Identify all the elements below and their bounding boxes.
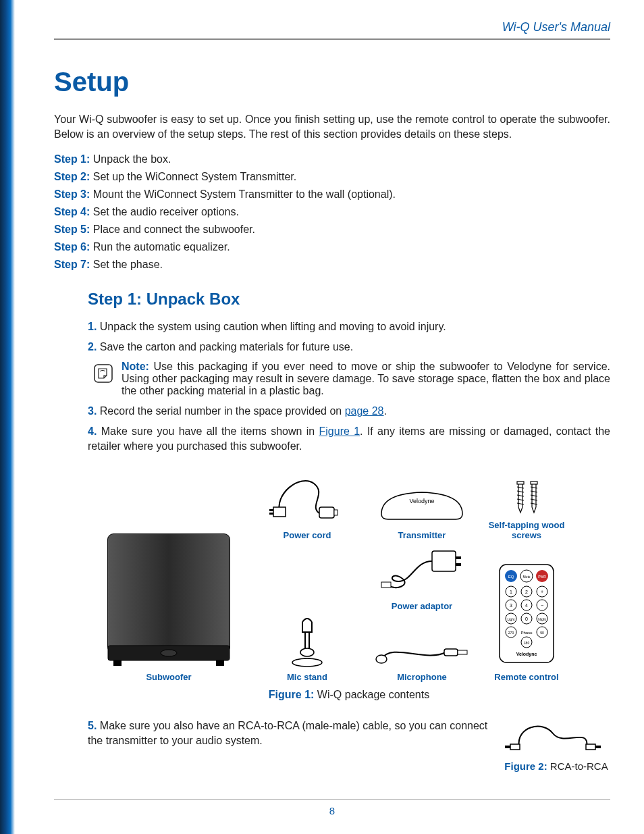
- svg-text:−: −: [541, 603, 543, 608]
- svg-rect-54: [444, 649, 458, 656]
- svg-point-4: [161, 650, 177, 656]
- figure-1: Subwoofer Power cord Velodyne Transmitte…: [88, 467, 610, 682]
- svg-text:3: 3: [510, 603, 512, 608]
- list-item: 4. Make sure you have all the items show…: [88, 424, 610, 453]
- svg-text:90: 90: [540, 631, 544, 635]
- svg-text:0: 0: [525, 617, 528, 621]
- step-row: Step 5: Place and connect the subwoofer.: [54, 224, 610, 236]
- step-label: Step 5:: [54, 224, 90, 235]
- svg-rect-14: [432, 551, 456, 571]
- svg-rect-6: [216, 660, 224, 666]
- svg-point-53: [376, 655, 387, 663]
- list-item: 3. Record the serial number in the space…: [88, 404, 610, 419]
- transmitter-illustration: Velodyne Transmitter: [375, 480, 469, 540]
- transmitter-brand: Velodyne: [409, 498, 434, 504]
- svg-rect-17: [381, 582, 391, 588]
- step-row: Step 6: Run the automatic equalizer.: [54, 241, 610, 253]
- svg-text:1: 1: [510, 590, 512, 594]
- svg-rect-57: [505, 746, 510, 748]
- figure-2-caption: Figure 2: RCA-to-RCA: [502, 760, 610, 772]
- microphone-label: Microphone: [397, 672, 447, 682]
- figure-caption-text: Wi-Q package contents: [317, 689, 429, 700]
- item-number: 3.: [88, 405, 97, 417]
- ordered-list: 1. Unpack the system using caution when …: [88, 319, 610, 453]
- microphone-illustration: Microphone: [371, 635, 473, 682]
- note-body: Use this packaging if you ever need to m…: [122, 361, 610, 396]
- item-number: 2.: [88, 341, 97, 353]
- header-rule: [54, 38, 610, 40]
- intro-paragraph: Your Wi-Q subwoofer is easy to set up. O…: [54, 112, 610, 141]
- mic-stand-illustration: Mic stand: [284, 615, 331, 682]
- svg-rect-13: [531, 481, 537, 484]
- svg-rect-59: [595, 746, 601, 748]
- step-label: Step 4:: [54, 206, 90, 217]
- step-row: Step 7: Set the phase.: [54, 259, 610, 271]
- remote-label: Remote control: [494, 672, 558, 682]
- item-text: Unpack the system using caution when lif…: [100, 321, 446, 332]
- power-cord-label: Power cord: [284, 530, 331, 540]
- power-adaptor-label: Power adaptor: [392, 601, 452, 611]
- step-text: Unpack the box.: [93, 153, 171, 165]
- svg-text:EQ: EQ: [508, 575, 514, 579]
- svg-text:Night: Night: [538, 617, 546, 621]
- step-text: Set the audio receiver options.: [93, 206, 239, 217]
- svg-point-52: [292, 658, 322, 667]
- step-text: Place and connect the subwoofer.: [93, 224, 255, 235]
- svg-rect-16: [456, 563, 461, 566]
- list-item: 5. Make sure you also have an RCA-to-RCA…: [88, 719, 495, 748]
- svg-rect-9: [269, 513, 273, 515]
- step-label: Step 2:: [54, 171, 90, 182]
- note-text: Note: Use this packaging if you ever nee…: [122, 361, 610, 397]
- step-text: Set up the WiConnect System Transmitter.: [93, 171, 296, 182]
- step-row: Step 3: Mount the WiConnect System Trans…: [54, 188, 610, 201]
- item-text: Save the carton and packing materials fo…: [100, 341, 353, 353]
- svg-rect-15: [456, 556, 461, 559]
- svg-rect-12: [517, 481, 524, 484]
- item-number: 1.: [88, 321, 97, 332]
- step-overview-list: Step 1: Unpack the box. Step 2: Set up t…: [54, 153, 610, 271]
- svg-rect-55: [458, 650, 467, 654]
- power-adaptor-illustration: Power adaptor: [375, 544, 469, 611]
- svg-rect-56: [510, 744, 520, 750]
- svg-rect-7: [273, 507, 286, 517]
- page-title: Setup: [54, 67, 610, 97]
- figure-link[interactable]: Figure 1: [319, 425, 360, 437]
- svg-text:Mute: Mute: [522, 575, 530, 579]
- screws-label: Self-tapping wood screws: [486, 520, 567, 540]
- page-link[interactable]: page 28: [345, 405, 384, 417]
- subwoofer-label: Subwoofer: [146, 672, 191, 682]
- page-gradient-edge: [0, 0, 15, 834]
- power-cord-illustration: Power cord: [267, 467, 348, 540]
- step-label: Step 7:: [54, 259, 90, 270]
- step-text: Run the automatic equalizer.: [93, 241, 230, 253]
- step-row: Step 1: Unpack the box.: [54, 153, 610, 165]
- item-number: 5.: [88, 720, 97, 731]
- page-content: Wi-Q User's Manual Setup Your Wi-Q subwo…: [54, 20, 610, 814]
- svg-rect-8: [269, 509, 273, 511]
- list-item-5-row: 5. Make sure you also have an RCA-to-RCA…: [88, 713, 610, 772]
- figure-caption-text: RCA-to-RCA: [550, 760, 608, 772]
- svg-rect-58: [586, 744, 595, 750]
- svg-text:Light: Light: [508, 617, 515, 621]
- screws-illustration: Self-tapping wood screws: [486, 480, 567, 540]
- svg-rect-11: [334, 510, 338, 515]
- step-text: Mount the WiConnect System Transmitter t…: [93, 188, 396, 200]
- svg-text:270: 270: [508, 631, 514, 635]
- svg-rect-5: [113, 660, 122, 666]
- subwoofer-illustration: Subwoofer: [101, 527, 236, 682]
- step-label: Step 1:: [54, 153, 90, 165]
- note-label: Note:: [122, 361, 149, 372]
- section-heading: Step 1: Unpack Box: [88, 290, 610, 309]
- mic-stand-label: Mic stand: [287, 672, 327, 682]
- svg-text:180: 180: [524, 641, 530, 645]
- item-number: 4.: [88, 425, 97, 437]
- step-label: Step 6:: [54, 241, 90, 253]
- item-text: Make sure you also have an RCA-to-RCA (m…: [88, 720, 487, 746]
- svg-point-51: [300, 648, 314, 656]
- manual-title: Wi-Q User's Manual: [54, 20, 610, 38]
- step-row: Step 4: Set the audio receiver options.: [54, 206, 610, 218]
- svg-rect-2: [108, 534, 230, 652]
- figure-1-caption: Figure 1: Wi-Q package contents: [88, 689, 610, 701]
- svg-text:Velodyne: Velodyne: [516, 652, 537, 657]
- note-icon: [92, 362, 115, 385]
